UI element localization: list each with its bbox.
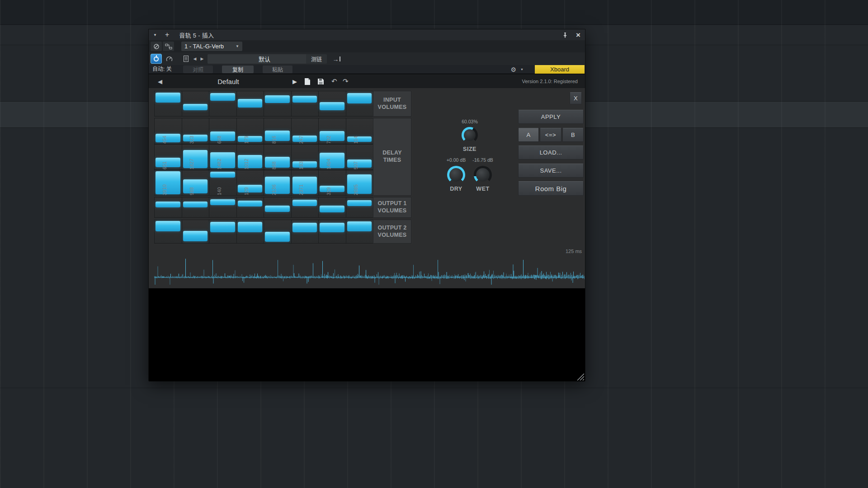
wet-dry-button[interactable] [163, 54, 175, 64]
slider-bar[interactable] [238, 155, 263, 168]
slider-cell[interactable] [209, 91, 237, 117]
slider-cell[interactable]: 140 [209, 170, 237, 196]
slider-cell[interactable]: 2685 [346, 170, 374, 196]
fx-power-button[interactable] [151, 54, 162, 64]
slider-cell[interactable]: 179 [236, 118, 264, 144]
save-button[interactable]: SAVE... [518, 164, 584, 178]
preset-next-button[interactable]: ▶ [292, 74, 297, 89]
slider-bar[interactable] [156, 134, 180, 142]
slider-bar[interactable] [347, 221, 372, 231]
slider-cell[interactable]: 732 [318, 118, 346, 144]
slider-cell[interactable] [264, 220, 292, 244]
slider-bar[interactable] [183, 150, 208, 168]
plugin-select-dropdown[interactable]: 1 - TAL-G-Verb ▼ [181, 42, 242, 51]
slider-bar[interactable] [183, 231, 208, 241]
slider-bar[interactable] [238, 99, 263, 108]
slider-cell[interactable] [236, 91, 264, 117]
automation-mode-label[interactable]: 自动: 关 [152, 65, 172, 74]
slider-cell[interactable]: 193 [291, 144, 319, 170]
load-button[interactable]: LOAD... [518, 145, 584, 160]
slider-cell[interactable] [182, 220, 210, 244]
slider-bar[interactable] [292, 200, 317, 206]
next-preset-button[interactable]: ▶ [198, 54, 206, 64]
slider-bar[interactable] [292, 177, 317, 193]
slider-bar[interactable] [210, 222, 235, 232]
new-preset-button[interactable] [304, 74, 311, 89]
slider-bar[interactable] [320, 223, 344, 232]
slider-cell[interactable]: 329 [318, 170, 346, 196]
slider-cell[interactable] [318, 220, 346, 244]
window-menu-caret-icon[interactable]: ▼ [153, 33, 157, 37]
slider-cell[interactable]: 668 [209, 118, 237, 144]
save-preset-button[interactable] [317, 74, 324, 89]
slider-cell[interactable]: 247 [291, 118, 319, 144]
slider-bar[interactable] [265, 131, 290, 141]
slider-bar[interactable] [292, 96, 317, 102]
panel-close-button[interactable]: X [570, 92, 582, 104]
slider-cell[interactable]: 816 [264, 118, 292, 144]
window-titlebar[interactable]: ▼ + 音轨 5 - 插入 × [149, 29, 585, 40]
slider-bar[interactable] [347, 200, 372, 206]
slider-cell[interactable] [318, 91, 346, 117]
ab-slot-a-button[interactable]: A [518, 128, 539, 142]
slider-cell[interactable]: 507 [346, 144, 374, 170]
slider-bar[interactable] [347, 174, 372, 194]
slider-cell[interactable] [154, 91, 182, 117]
routing-button[interactable] [163, 42, 174, 51]
slider-cell[interactable] [264, 91, 292, 117]
slider-cell[interactable]: 1827 [182, 144, 210, 170]
slider-bar[interactable] [292, 136, 317, 142]
slider-bar[interactable] [183, 202, 208, 207]
slider-bar[interactable] [156, 171, 180, 194]
slider-bar[interactable] [320, 206, 344, 212]
pin-icon[interactable] [562, 32, 568, 38]
redo-button[interactable]: ↷ [343, 74, 349, 89]
plugin-preset-name[interactable]: Default [217, 74, 239, 89]
slider-bar[interactable] [265, 206, 290, 211]
slider-bar[interactable] [238, 136, 263, 142]
slider-cell[interactable] [154, 220, 182, 244]
settings-caret-icon[interactable]: ▼ [520, 65, 524, 74]
slider-bar[interactable] [238, 185, 263, 192]
slider-bar[interactable] [265, 157, 290, 168]
xboard-button[interactable]: Xboard [535, 65, 585, 74]
fx-disable-button[interactable] [151, 42, 162, 51]
slider-cell[interactable] [182, 197, 210, 218]
slider-cell[interactable] [346, 220, 374, 244]
slider-cell[interactable]: 3910 [154, 170, 182, 196]
preset-list-button[interactable] [181, 54, 190, 64]
add-fx-button[interactable]: + [165, 31, 169, 38]
slider-bar[interactable] [156, 93, 180, 103]
slider-cell[interactable] [346, 91, 374, 117]
slider-bar[interactable] [320, 186, 344, 192]
sidechain-button[interactable]: 测链 [306, 54, 327, 64]
apply-button[interactable]: APPLY [518, 110, 584, 124]
settings-button[interactable]: ⚙ [510, 65, 516, 74]
copy-button[interactable]: 复制 [222, 66, 254, 73]
slider-bar[interactable] [320, 153, 344, 168]
slider-bar[interactable] [347, 136, 372, 142]
slider-bar[interactable] [156, 221, 180, 231]
slider-bar[interactable] [347, 160, 372, 168]
slider-bar[interactable] [156, 202, 180, 207]
slider-bar[interactable] [210, 93, 235, 101]
slider-cell[interactable]: 323 [182, 118, 210, 144]
slider-bar[interactable] [210, 152, 235, 168]
slider-bar[interactable] [210, 199, 235, 205]
ab-slot-b-button[interactable]: B [562, 128, 584, 142]
slider-bar[interactable] [265, 177, 290, 193]
slider-cell[interactable] [346, 197, 374, 218]
slider-bar[interactable] [238, 222, 263, 232]
route-to-button[interactable]: → [329, 54, 344, 64]
slider-cell[interactable]: 2371 [291, 170, 319, 196]
slider-cell[interactable]: 1404 [318, 144, 346, 170]
prev-preset-button[interactable]: ◀ [191, 54, 198, 64]
compare-button[interactable]: 对照 [183, 66, 213, 73]
slider-cell[interactable]: 454 [154, 118, 182, 144]
slider-bar[interactable] [183, 179, 208, 193]
preset-display-button[interactable]: Room Big [518, 181, 584, 196]
size-knob[interactable] [462, 127, 478, 143]
slider-bar[interactable] [238, 201, 263, 206]
slider-cell[interactable] [264, 197, 292, 218]
slider-bar[interactable] [347, 93, 372, 103]
